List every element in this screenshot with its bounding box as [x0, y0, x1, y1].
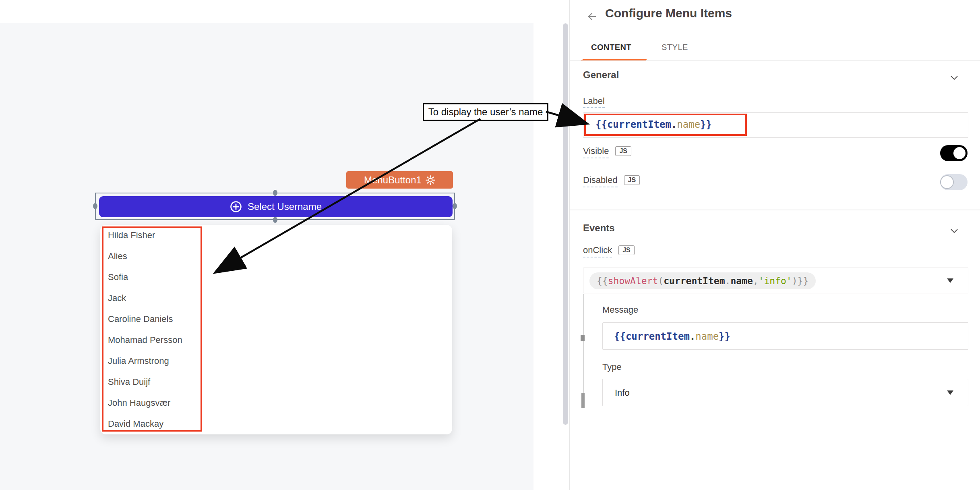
type-select[interactable]: Info — [602, 379, 968, 406]
annotation-text: To display the user’s name — [428, 106, 543, 118]
label-field-caption: Label — [583, 96, 605, 106]
dropdown-caret-icon — [947, 390, 953, 395]
widget-name-badge[interactable]: MenuButton1 — [346, 171, 453, 189]
label-input[interactable]: {{currentItem.name}} — [583, 112, 968, 138]
section-general: General — [583, 69, 619, 81]
menu-dropdown-panel: Hilda Fisher Alies Sofia Jack Caroline D… — [100, 225, 452, 434]
app-screen: MenuButton1 Select Us — [0, 0, 980, 490]
back-arrow-icon — [585, 10, 598, 23]
menu-item[interactable]: Alies — [108, 246, 201, 267]
disabled-row: Disabled JS — [583, 175, 640, 187]
onclick-row: onClick JS — [583, 245, 635, 257]
chevron-down-icon[interactable] — [951, 74, 958, 78]
switch-knob — [941, 176, 953, 188]
select-username-button[interactable]: Select Username — [99, 196, 453, 217]
panel-title: Configure Menu Items — [605, 6, 732, 20]
tabs-divider — [570, 60, 980, 61]
dropdown-caret-icon — [947, 278, 953, 283]
menu-button-label: Select Username — [248, 201, 322, 212]
type-label: Type — [602, 362, 622, 372]
menu-item[interactable]: Mohamad Persson — [108, 330, 201, 351]
menu-item[interactable]: Shiva Duijf — [108, 372, 201, 392]
back-button[interactable] — [583, 9, 600, 24]
message-code-value: {{currentItem.name}} — [614, 323, 730, 350]
tab-style[interactable]: STYLE — [662, 43, 688, 52]
onclick-js-toggle[interactable]: JS — [618, 245, 635, 255]
visible-switch[interactable] — [940, 145, 968, 161]
widget-name-label: MenuButton1 — [364, 174, 422, 186]
menu-item[interactable]: David Mackay — [108, 413, 201, 434]
menu-item[interactable]: Sofia — [108, 267, 201, 288]
resize-handle-right[interactable] — [453, 203, 457, 209]
section-events: Events — [583, 222, 615, 234]
switch-knob — [953, 147, 966, 159]
menu-item[interactable]: Julia Armstrong — [108, 351, 201, 372]
gear-icon[interactable] — [426, 175, 435, 185]
onclick-action-value: {{showAlert(currentItem.name,'info')}} — [589, 272, 816, 289]
resize-handle-left[interactable] — [93, 203, 97, 209]
property-panel: Configure Menu Items CONTENT STYLE Gener… — [569, 0, 980, 490]
resize-handle-bottom[interactable] — [273, 217, 277, 223]
panel-scrollbar[interactable] — [563, 23, 568, 425]
indent-handle — [581, 335, 585, 341]
disabled-switch[interactable] — [940, 174, 968, 190]
nested-indent-line — [583, 294, 584, 408]
tab-content[interactable]: CONTENT — [591, 43, 631, 52]
resize-handle-top[interactable] — [273, 190, 277, 196]
menu-item[interactable]: Caroline Daniels — [108, 309, 201, 330]
onclick-label: onClick — [583, 245, 612, 257]
section-divider — [570, 210, 980, 210]
chevron-down-icon[interactable] — [951, 227, 958, 231]
label-code-value: {{currentItem.name}} — [595, 113, 712, 137]
indent-handle — [581, 393, 585, 408]
onclick-action-select[interactable]: {{showAlert(currentItem.name,'info')}} — [583, 268, 968, 293]
visible-label: Visible — [583, 146, 609, 158]
type-value: Info — [615, 379, 630, 407]
menu-item[interactable]: Hilda Fisher — [108, 225, 201, 246]
annotation-box: To display the user’s name — [423, 103, 548, 121]
menu-item-list: Hilda Fisher Alies Sofia Jack Caroline D… — [108, 225, 201, 434]
menu-item[interactable]: Jack — [108, 288, 201, 309]
visible-js-toggle[interactable]: JS — [615, 146, 631, 156]
disabled-js-toggle[interactable]: JS — [624, 175, 640, 185]
menu-item[interactable]: John Haugsvær — [108, 392, 201, 413]
message-input[interactable]: {{currentItem.name}} — [602, 322, 968, 350]
plus-circle-icon — [230, 201, 242, 213]
visible-row: Visible JS — [583, 146, 631, 158]
message-label: Message — [602, 305, 638, 315]
disabled-label: Disabled — [583, 175, 618, 187]
